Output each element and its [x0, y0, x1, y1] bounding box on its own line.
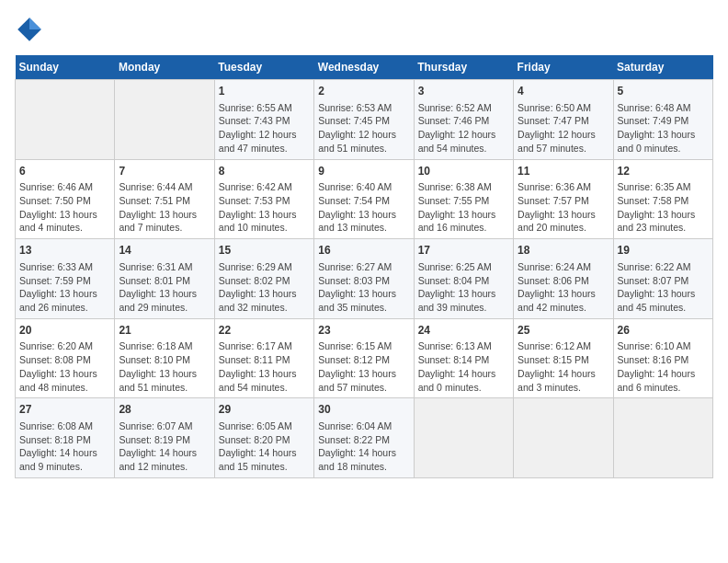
calendar-cell: 29Sunrise: 6:05 AMSunset: 8:20 PMDayligh… [214, 398, 313, 478]
calendar-cell: 2Sunrise: 6:53 AMSunset: 7:45 PMDaylight… [314, 80, 414, 160]
day-info: Sunrise: 6:53 AMSunset: 7:45 PMDaylight:… [318, 101, 409, 155]
day-info: Sunrise: 6:38 AMSunset: 7:55 PMDaylight:… [418, 180, 509, 235]
day-info: Sunrise: 6:52 AMSunset: 7:46 PMDaylight:… [418, 101, 509, 155]
day-number: 17 [418, 243, 509, 259]
day-header-thursday: Thursday [414, 55, 513, 80]
day-info: Sunrise: 6:25 AMSunset: 8:04 PMDaylight:… [418, 260, 509, 315]
day-number: 20 [19, 323, 110, 339]
calendar-cell: 17Sunrise: 6:25 AMSunset: 8:04 PMDayligh… [414, 239, 513, 319]
calendar-cell: 21Sunrise: 6:18 AMSunset: 8:10 PMDayligh… [115, 318, 214, 398]
page-header [15, 15, 713, 44]
calendar-cell [613, 398, 712, 478]
day-info: Sunrise: 6:22 AMSunset: 8:07 PMDaylight:… [618, 260, 709, 315]
calendar-week-row: 1Sunrise: 6:55 AMSunset: 7:43 PMDaylight… [16, 80, 713, 160]
calendar-cell [414, 398, 513, 478]
day-number: 12 [618, 164, 709, 179]
day-number: 5 [618, 84, 709, 99]
day-info: Sunrise: 6:15 AMSunset: 8:12 PMDaylight:… [318, 339, 409, 394]
svg-marker-1 [29, 17, 41, 29]
calendar-cell [115, 80, 214, 160]
day-info: Sunrise: 6:10 AMSunset: 8:16 PMDaylight:… [618, 339, 709, 394]
day-info: Sunrise: 6:33 AMSunset: 7:59 PMDaylight:… [19, 260, 110, 315]
day-number: 25 [518, 323, 609, 339]
logo-icon [15, 15, 44, 44]
calendar-table: SundayMondayTuesdayWednesdayThursdayFrid… [15, 55, 713, 478]
calendar-cell: 28Sunrise: 6:07 AMSunset: 8:19 PMDayligh… [115, 398, 214, 478]
day-info: Sunrise: 6:50 AMSunset: 7:47 PMDaylight:… [518, 101, 609, 155]
day-number: 13 [19, 243, 110, 259]
calendar-cell: 13Sunrise: 6:33 AMSunset: 7:59 PMDayligh… [16, 239, 115, 319]
day-number: 9 [318, 164, 409, 179]
calendar-cell: 10Sunrise: 6:38 AMSunset: 7:55 PMDayligh… [414, 159, 513, 239]
day-number: 18 [518, 243, 609, 259]
day-header-saturday: Saturday [613, 55, 712, 80]
calendar-cell [514, 398, 613, 478]
day-info: Sunrise: 6:55 AMSunset: 7:43 PMDaylight:… [219, 101, 310, 155]
day-header-wednesday: Wednesday [314, 55, 414, 80]
day-info: Sunrise: 6:05 AMSunset: 8:20 PMDaylight:… [219, 419, 310, 474]
day-number: 11 [518, 164, 609, 179]
day-info: Sunrise: 6:04 AMSunset: 8:22 PMDaylight:… [318, 419, 409, 474]
calendar-cell: 25Sunrise: 6:12 AMSunset: 8:15 PMDayligh… [514, 318, 613, 398]
days-header-row: SundayMondayTuesdayWednesdayThursdayFrid… [16, 55, 713, 80]
calendar-cell: 18Sunrise: 6:24 AMSunset: 8:06 PMDayligh… [514, 239, 613, 319]
day-info: Sunrise: 6:13 AMSunset: 8:14 PMDaylight:… [418, 339, 509, 394]
day-number: 8 [219, 164, 310, 179]
calendar-cell: 4Sunrise: 6:50 AMSunset: 7:47 PMDaylight… [514, 80, 613, 160]
day-info: Sunrise: 6:44 AMSunset: 7:51 PMDaylight:… [119, 180, 210, 235]
calendar-cell: 27Sunrise: 6:08 AMSunset: 8:18 PMDayligh… [16, 398, 115, 478]
calendar-cell: 26Sunrise: 6:10 AMSunset: 8:16 PMDayligh… [613, 318, 712, 398]
day-info: Sunrise: 6:27 AMSunset: 8:03 PMDaylight:… [318, 260, 409, 315]
day-number: 27 [19, 402, 110, 418]
day-info: Sunrise: 6:31 AMSunset: 8:01 PMDaylight:… [119, 260, 210, 315]
day-number: 23 [318, 323, 409, 339]
day-info: Sunrise: 6:40 AMSunset: 7:54 PMDaylight:… [318, 180, 409, 235]
calendar-week-row: 20Sunrise: 6:20 AMSunset: 8:08 PMDayligh… [16, 318, 713, 398]
day-number: 30 [318, 402, 409, 418]
day-info: Sunrise: 6:35 AMSunset: 7:58 PMDaylight:… [618, 180, 709, 235]
calendar-cell: 15Sunrise: 6:29 AMSunset: 8:02 PMDayligh… [214, 239, 313, 319]
day-info: Sunrise: 6:29 AMSunset: 8:02 PMDaylight:… [219, 260, 310, 315]
calendar-cell [16, 80, 115, 160]
calendar-cell: 24Sunrise: 6:13 AMSunset: 8:14 PMDayligh… [414, 318, 513, 398]
calendar-cell: 14Sunrise: 6:31 AMSunset: 8:01 PMDayligh… [115, 239, 214, 319]
day-number: 10 [418, 164, 509, 179]
day-info: Sunrise: 6:12 AMSunset: 8:15 PMDaylight:… [518, 339, 609, 394]
day-info: Sunrise: 6:48 AMSunset: 7:49 PMDaylight:… [618, 101, 709, 155]
day-info: Sunrise: 6:17 AMSunset: 8:11 PMDaylight:… [219, 339, 310, 394]
day-number: 3 [418, 84, 509, 99]
day-number: 21 [119, 323, 210, 339]
day-number: 4 [518, 84, 609, 99]
day-number: 19 [618, 243, 709, 259]
calendar-cell: 9Sunrise: 6:40 AMSunset: 7:54 PMDaylight… [314, 159, 414, 239]
calendar-week-row: 13Sunrise: 6:33 AMSunset: 7:59 PMDayligh… [16, 239, 713, 319]
day-header-monday: Monday [115, 55, 214, 80]
calendar-cell: 12Sunrise: 6:35 AMSunset: 7:58 PMDayligh… [613, 159, 712, 239]
day-info: Sunrise: 6:36 AMSunset: 7:57 PMDaylight:… [518, 180, 609, 235]
calendar-cell: 5Sunrise: 6:48 AMSunset: 7:49 PMDaylight… [613, 80, 712, 160]
calendar-week-row: 27Sunrise: 6:08 AMSunset: 8:18 PMDayligh… [16, 398, 713, 478]
day-info: Sunrise: 6:42 AMSunset: 7:53 PMDaylight:… [219, 180, 310, 235]
day-info: Sunrise: 6:08 AMSunset: 8:18 PMDaylight:… [19, 419, 110, 474]
calendar-cell: 16Sunrise: 6:27 AMSunset: 8:03 PMDayligh… [314, 239, 414, 319]
day-number: 26 [618, 323, 709, 339]
day-number: 24 [418, 323, 509, 339]
calendar-cell: 30Sunrise: 6:04 AMSunset: 8:22 PMDayligh… [314, 398, 414, 478]
day-number: 28 [119, 402, 210, 418]
calendar-cell: 1Sunrise: 6:55 AMSunset: 7:43 PMDaylight… [214, 80, 313, 160]
day-number: 22 [219, 323, 310, 339]
day-number: 6 [19, 164, 110, 179]
calendar-cell: 7Sunrise: 6:44 AMSunset: 7:51 PMDaylight… [115, 159, 214, 239]
calendar-cell: 11Sunrise: 6:36 AMSunset: 7:57 PMDayligh… [514, 159, 613, 239]
calendar-cell: 3Sunrise: 6:52 AMSunset: 7:46 PMDaylight… [414, 80, 513, 160]
day-info: Sunrise: 6:07 AMSunset: 8:19 PMDaylight:… [119, 419, 210, 474]
calendar-week-row: 6Sunrise: 6:46 AMSunset: 7:50 PMDaylight… [16, 159, 713, 239]
day-info: Sunrise: 6:24 AMSunset: 8:06 PMDaylight:… [518, 260, 609, 315]
day-number: 14 [119, 243, 210, 259]
day-info: Sunrise: 6:46 AMSunset: 7:50 PMDaylight:… [19, 180, 110, 235]
calendar-cell: 22Sunrise: 6:17 AMSunset: 8:11 PMDayligh… [214, 318, 313, 398]
day-number: 2 [318, 84, 409, 99]
calendar-cell: 19Sunrise: 6:22 AMSunset: 8:07 PMDayligh… [613, 239, 712, 319]
day-number: 29 [219, 402, 310, 418]
day-header-friday: Friday [514, 55, 613, 80]
